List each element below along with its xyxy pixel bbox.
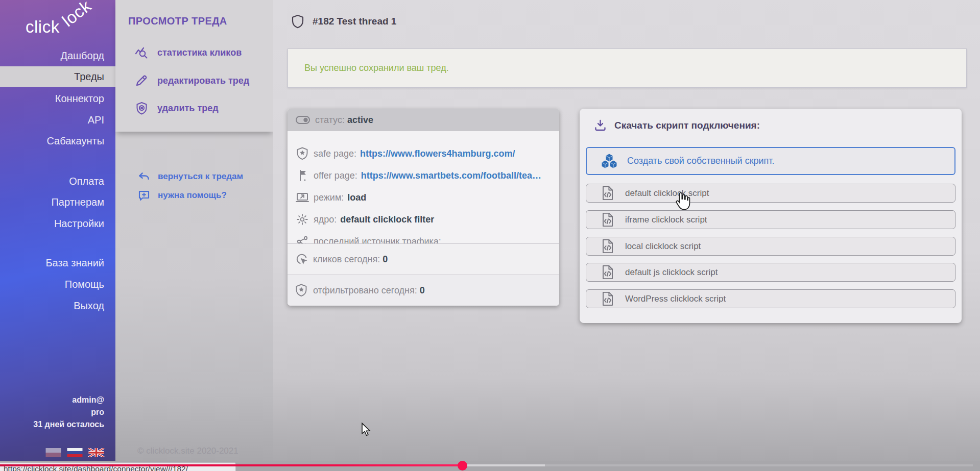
button-label: Создать свой собственный скрипт.: [627, 156, 775, 166]
sidebar-item-label: Сабакаунты: [46, 135, 104, 147]
page-title: #182 Test thread 1: [291, 14, 396, 29]
thread-status-card: статус: active safe page: https://www.fl…: [288, 109, 559, 306]
shield-x-icon: [134, 101, 149, 115]
sidebar-item-payment[interactable]: Оплата: [0, 174, 115, 188]
counter-value: 0: [383, 254, 388, 265]
clicks-today-counter: кликов сегодня: 0: [288, 243, 559, 275]
status-bar-url-preview: https://clicklock.site/dashboard/connect…: [0, 462, 236, 471]
menu-item-click-statistics[interactable]: статистика кликов: [115, 44, 273, 61]
sidebar-item-knowledge-base[interactable]: База знаний: [0, 256, 115, 270]
counter-label: отфильтровано сегодня:: [313, 285, 417, 296]
poland-flag-icon[interactable]: [45, 448, 62, 457]
status-row-safe-page: safe page: https://www.flowers4hamburg.c…: [288, 142, 559, 165]
sidebar-item-label: Треды: [74, 71, 104, 83]
safe-page-link[interactable]: https://www.flowers4hamburg.com/: [360, 148, 515, 159]
video-progress-bar[interactable]: [0, 464, 458, 466]
status-header: статус: active: [288, 109, 559, 131]
account-plan: pro: [33, 406, 104, 418]
thread-menu-panel: ПРОСМОТР ТРЕДА статистика кликов редакти…: [115, 0, 273, 461]
create-own-script-button[interactable]: Создать свой собственный скрипт.: [586, 147, 955, 175]
sidebar-item-label: Дашборд: [60, 50, 104, 62]
row-label: safe page:: [314, 148, 356, 159]
offer-page-link[interactable]: https://www.smartbets.com/football/tea…: [361, 170, 541, 181]
sidebar-item-label: Партнерам: [51, 196, 104, 208]
menu-link-label: вернуться к тредам: [158, 171, 243, 182]
counter-label: кликов сегодня:: [313, 254, 380, 265]
wordpress-clicklock-script-button[interactable]: WordPress clicklock script: [586, 289, 955, 308]
iframe-clicklock-script-button[interactable]: iframe clicklock script: [586, 210, 955, 229]
download-icon: [594, 119, 607, 132]
status-row-offer-page: offer page: https://www.smartbets.com/fo…: [288, 164, 559, 187]
video-progress-handle[interactable]: [458, 461, 467, 470]
logo-text-lock: lock: [59, 0, 95, 31]
row-label: режим:: [314, 192, 344, 203]
sidebar-item-label: Оплата: [69, 176, 104, 187]
default-js-clicklock-script-button[interactable]: default js clicklock script: [586, 263, 955, 282]
link-back-to-threads[interactable]: вернуться к тредам: [115, 168, 273, 185]
page-title-text: #182 Test thread 1: [313, 16, 396, 27]
sidebar-item-subaccounts[interactable]: Сабакаунты: [0, 134, 115, 148]
help-bubble-icon: [138, 189, 150, 202]
sidebar-item-label: API: [88, 114, 104, 126]
sidebar-item-label: Настройки: [54, 218, 104, 230]
sidebar-item-settings[interactable]: Настройки: [0, 216, 115, 231]
filtered-today-counter: отфильтровано сегодня: 0: [288, 275, 559, 306]
menu-item-label: редактировать тред: [157, 76, 249, 86]
success-alert: Вы успешно сохранили ваш тред.: [288, 48, 967, 88]
copyright: © clicklock.site 2020-2021: [137, 446, 238, 456]
toggle-icon: [296, 116, 311, 124]
sidebar-item-label: База знаний: [45, 257, 104, 269]
sidebar-item-label: Помощь: [65, 279, 104, 290]
account-days-left: 31 дней осталось: [33, 418, 104, 431]
download-card-title-text: Скачать скрипт подключения:: [614, 120, 760, 131]
menu-item-label: удалить тред: [157, 103, 219, 114]
screen-arrow-icon: [296, 192, 309, 203]
download-card-title: Скачать скрипт подключения:: [594, 119, 760, 132]
status-row-mode: режим: load: [288, 186, 559, 209]
sidebar-item-connector[interactable]: Коннектор: [0, 91, 115, 106]
menu-link-label: нужна помощь?: [158, 190, 227, 201]
file-code-icon: [602, 239, 615, 254]
download-script-card: Скачать скрипт подключения: Создать свой…: [580, 109, 962, 323]
button-label: iframe clicklock script: [625, 215, 707, 225]
sidebar-item-api[interactable]: API: [0, 113, 115, 127]
sidebar: click lock Дашборд Треды Коннектор API С…: [0, 0, 115, 461]
russia-flag-icon[interactable]: [66, 448, 83, 457]
cubes-icon: [601, 153, 618, 169]
menu-item-delete-thread[interactable]: удалить тред: [115, 100, 273, 117]
gear-icon: [296, 213, 309, 226]
uk-flag-icon[interactable]: [88, 448, 105, 457]
sidebar-item-help[interactable]: Помощь: [0, 277, 115, 291]
file-code-icon: [602, 186, 615, 201]
button-label: default clicklock script: [625, 188, 709, 199]
menu-item-edit-thread[interactable]: редактировать тред: [115, 72, 273, 89]
core-value: default clicklock filter: [340, 214, 434, 225]
account-email: admin@: [33, 394, 104, 406]
sidebar-item-threads[interactable]: Треды: [0, 66, 115, 87]
status-row-core: ядро: default clicklock filter: [288, 208, 559, 231]
row-label: ядро:: [314, 214, 337, 225]
logo-text-click: click: [26, 17, 60, 37]
undo-arrow-icon: [138, 170, 150, 183]
main-content: #182 Test thread 1 Вы успешно сохранили …: [273, 0, 980, 461]
flag-icon: [296, 169, 309, 182]
default-clicklock-script-button[interactable]: default clicklock script: [586, 184, 955, 203]
link-need-help[interactable]: нужна помощь?: [115, 187, 273, 204]
pencil-icon: [134, 73, 149, 88]
sidebar-item-dashboard[interactable]: Дашборд: [0, 48, 115, 63]
account-info: admin@ pro 31 дней осталось: [33, 394, 104, 431]
chart-search-icon: [134, 45, 149, 60]
thread-menu-raised-block: ПРОСМОТР ТРЕДА статистика кликов редакти…: [115, 0, 273, 132]
button-label: default js clicklock script: [625, 267, 718, 278]
counter-value: 0: [420, 285, 425, 296]
status-label: статус:: [315, 115, 345, 126]
clicklock-logo[interactable]: click lock: [26, 8, 107, 39]
shield-icon: [291, 14, 304, 29]
local-clicklock-script-button[interactable]: local clicklock script: [586, 237, 955, 256]
mode-value: load: [347, 192, 366, 203]
sidebar-item-label: Коннектор: [55, 93, 104, 105]
click-icon: [295, 253, 309, 266]
sidebar-item-partners[interactable]: Партнерам: [0, 195, 115, 209]
sidebar-item-logout[interactable]: Выход: [0, 299, 115, 313]
shield-star-icon: [296, 147, 309, 160]
